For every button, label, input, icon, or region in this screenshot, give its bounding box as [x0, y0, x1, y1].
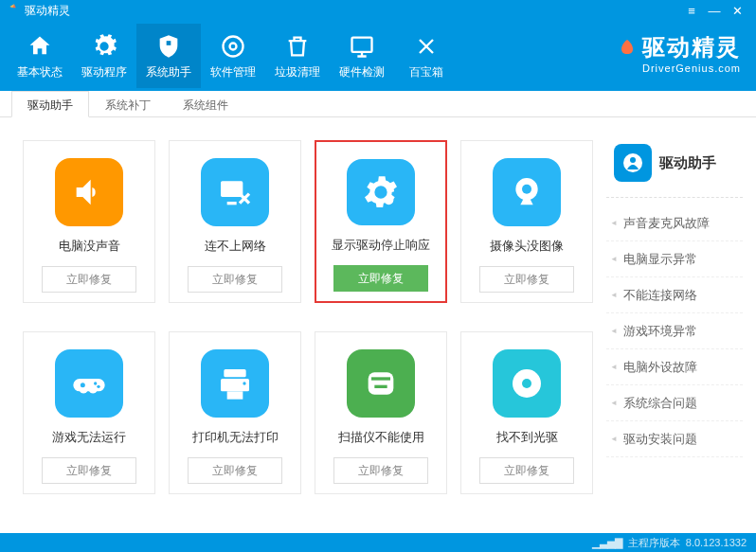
toolbar-label: 基本状态 [17, 64, 63, 80]
toolbar-label: 百宝箱 [409, 64, 443, 80]
fix-button[interactable]: 立即修复 [42, 266, 136, 293]
svg-point-2 [230, 43, 237, 49]
sub-tabs: 驱动助手 系统补丁 系统组件 [0, 91, 756, 117]
fix-card: 显示驱动停止响应立即修复 [315, 140, 447, 303]
signal-icon: ▁▃▅▇ [592, 537, 622, 549]
fix-card: 电脑没声音立即修复 [23, 140, 155, 303]
fix-card: 打印机无法打印立即修复 [169, 331, 301, 494]
tab-system-component[interactable]: 系统组件 [167, 91, 244, 117]
fix-card: 游戏无法运行立即修复 [23, 331, 155, 494]
fix-card: 连不上网络立即修复 [169, 140, 301, 303]
card-icon [201, 349, 269, 418]
app-logo-icon [8, 3, 21, 19]
sidebar-item[interactable]: 驱动安装问题 [606, 421, 743, 457]
card-title: 摄像头没图像 [490, 238, 564, 255]
svg-rect-12 [221, 379, 249, 391]
toolbar-label: 软件管理 [210, 64, 256, 80]
fix-button[interactable]: 立即修复 [333, 265, 428, 292]
version-label: 主程序版本 [628, 536, 680, 550]
svg-point-20 [630, 157, 636, 163]
gear-icon [90, 32, 118, 61]
toolbar-label: 垃圾清理 [275, 64, 320, 80]
toolbar-software-manage[interactable]: 软件管理 [201, 24, 265, 88]
card-icon [55, 349, 123, 418]
close-button[interactable]: ✕ [726, 4, 748, 18]
home-icon [26, 32, 54, 61]
svg-rect-15 [369, 372, 394, 394]
trash-icon [283, 32, 312, 61]
brand-subtitle: DriverGenius.com [616, 62, 741, 74]
fix-button[interactable]: 立即修复 [479, 457, 574, 484]
svg-point-7 [522, 185, 531, 194]
fix-button[interactable]: 立即修复 [188, 266, 282, 293]
svg-point-1 [224, 36, 243, 56]
content-area: 电脑没声音立即修复连不上网络立即修复显示驱动停止响应立即修复摄像头没图像立即修复… [0, 117, 756, 534]
brand-logo: 驱动精灵 DriverGenius.com [616, 32, 741, 74]
toolbar-hardware-detect[interactable]: 硬件检测 [330, 24, 394, 88]
sidebar-item[interactable]: 电脑显示异常 [606, 241, 743, 277]
svg-point-9 [94, 382, 97, 384]
svg-rect-16 [371, 377, 390, 380]
shield-icon [154, 32, 183, 61]
sidebar-header: 驱动助手 [606, 140, 743, 198]
toolbar-toolbox[interactable]: 百宝箱 [394, 24, 459, 88]
main-toolbar: 基本状态 驱动程序 系统助手 软件管理 垃圾清理 硬件检测 百宝箱 驱动精灵 D… [0, 21, 756, 91]
fix-card: 摄像头没图像立即修复 [460, 140, 593, 303]
monitor-icon [348, 32, 376, 61]
card-title: 连不上网络 [205, 238, 266, 255]
svg-rect-11 [224, 369, 245, 377]
fix-button[interactable]: 立即修复 [188, 457, 282, 484]
app-title: 驱动精灵 [25, 3, 70, 19]
titlebar: 驱动精灵 ≡ — ✕ [0, 0, 756, 21]
disc-icon [219, 32, 247, 61]
toolbar-basic-status[interactable]: 基本状态 [8, 24, 72, 88]
minimize-button[interactable]: — [703, 4, 726, 18]
svg-rect-0 [167, 41, 171, 45]
person-icon [614, 144, 652, 182]
card-title: 打印机无法打印 [192, 429, 279, 446]
toolbar-label: 硬件检测 [339, 64, 385, 80]
toolbar-label: 系统助手 [146, 64, 191, 80]
card-icon [347, 349, 415, 418]
card-icon [55, 158, 123, 226]
sidebar: 驱动助手 声音麦克风故障电脑显示异常不能连接网络游戏环境异常电脑外设故障系统综合… [604, 117, 756, 534]
svg-rect-3 [352, 37, 372, 51]
card-icon [493, 158, 561, 226]
card-title: 电脑没声音 [59, 238, 120, 255]
card-title: 游戏无法运行 [52, 429, 126, 446]
card-icon [201, 158, 269, 226]
fix-button[interactable]: 立即修复 [42, 457, 136, 484]
svg-point-5 [384, 195, 393, 205]
fix-card: 扫描仪不能使用立即修复 [315, 331, 447, 494]
sidebar-item[interactable]: 不能连接网络 [606, 277, 743, 313]
toolbar-driver-program[interactable]: 驱动程序 [72, 24, 136, 88]
tab-driver-assistant[interactable]: 驱动助手 [11, 91, 89, 117]
fix-button[interactable]: 立即修复 [333, 457, 428, 484]
card-title: 找不到光驱 [496, 429, 558, 446]
fix-button[interactable]: 立即修复 [479, 266, 574, 293]
card-grid-area: 电脑没声音立即修复连不上网络立即修复显示驱动停止响应立即修复摄像头没图像立即修复… [0, 117, 604, 534]
card-title: 扫描仪不能使用 [338, 429, 424, 446]
brand-leaf-icon [616, 36, 639, 59]
sidebar-item[interactable]: 游戏环境异常 [606, 313, 743, 349]
sidebar-item[interactable]: 系统综合问题 [606, 385, 743, 421]
sidebar-title: 驱动助手 [659, 154, 716, 172]
svg-point-10 [97, 385, 99, 388]
version-value: 8.0.123.1332 [686, 537, 747, 548]
menu-button[interactable]: ≡ [680, 4, 703, 18]
tab-system-patch[interactable]: 系统补丁 [89, 91, 167, 117]
card-title: 显示驱动停止响应 [332, 237, 430, 254]
tools-icon [412, 32, 441, 61]
toolbar-label: 驱动程序 [81, 64, 127, 80]
toolbar-trash-clean[interactable]: 垃圾清理 [265, 24, 330, 88]
svg-rect-13 [227, 391, 243, 399]
statusbar: ▁▃▅▇ 主程序版本 8.0.123.1332 [0, 533, 756, 552]
svg-point-14 [243, 382, 245, 384]
toolbar-system-assistant[interactable]: 系统助手 [136, 24, 201, 88]
sidebar-item[interactable]: 电脑外设故障 [606, 349, 743, 385]
svg-point-8 [81, 383, 85, 387]
fix-card: 找不到光驱立即修复 [460, 331, 593, 494]
card-icon [493, 349, 561, 418]
sidebar-item[interactable]: 声音麦克风故障 [606, 205, 743, 241]
svg-point-18 [522, 379, 531, 388]
